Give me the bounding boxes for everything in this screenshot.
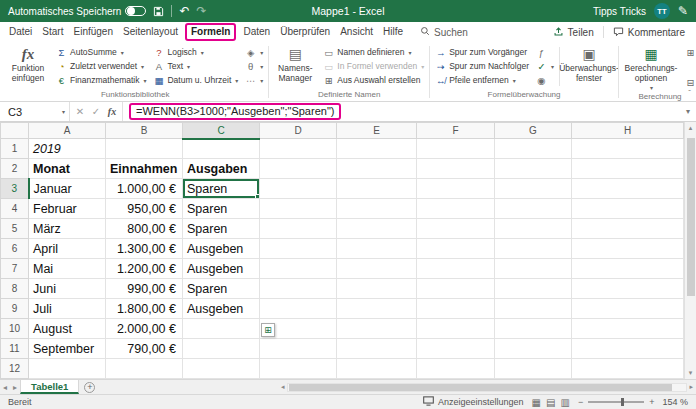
cell-B11[interactable]: 790,00 € [106,339,183,359]
fill-handle[interactable] [255,194,260,199]
cell-E12[interactable] [337,359,417,379]
cell-C3[interactable]: Sparen [183,179,260,199]
cell-H4[interactable] [572,199,684,219]
cell-E11[interactable] [337,339,417,359]
cell-F11[interactable] [417,339,495,359]
display-settings-button[interactable]: Anzeigeeinstellungen [423,396,524,408]
cell-A8[interactable]: Juni [29,279,106,299]
tab-überprüfen[interactable]: Überprüfen [275,22,335,42]
row-header-6[interactable]: 6 [1,239,29,259]
cell-B7[interactable]: 1.200,00 € [106,259,183,279]
select-all-corner[interactable] [1,123,29,139]
cell-E1[interactable] [337,139,417,159]
recently-used-button[interactable]: ◔ Zuletzt verwendet ▾ [54,59,148,73]
cell-H1[interactable] [572,139,684,159]
cell-G11[interactable] [495,339,572,359]
define-name-button[interactable]: ▭ Namen definieren ▾ [321,45,426,59]
cell-D11[interactable] [260,339,337,359]
cell-F10[interactable] [417,319,495,339]
zoom-slider[interactable] [588,401,644,403]
tab-daten[interactable]: Daten [238,22,275,42]
more-functions-button[interactable]: ⋯ ▾ [243,73,265,87]
cell-B6[interactable]: 1.300,00 € [106,239,183,259]
financial-button[interactable]: € Finanzmathematik ▾ [54,73,148,87]
tab-ansicht[interactable]: Ansicht [335,22,378,42]
scrollbar-thumb[interactable] [687,138,695,296]
cell-G10[interactable] [495,319,572,339]
view-normal-icon[interactable]: ▦ [532,397,541,408]
cell-A6[interactable]: April [29,239,106,259]
cell-B5[interactable]: 800,00 € [106,219,183,239]
tab-einfügen[interactable]: Einfügen [68,22,117,42]
col-header-B[interactable]: B [106,123,183,139]
cell-E6[interactable] [337,239,417,259]
cell-C12[interactable] [183,359,260,379]
autofill-options-button[interactable]: ⊞ [261,323,275,337]
cell-C6[interactable]: Ausgeben [183,239,260,259]
cell-G7[interactable] [495,259,572,279]
scroll-down-icon[interactable]: ▾ [689,369,693,377]
cell-G12[interactable] [495,359,572,379]
cell-H3[interactable] [572,179,684,199]
cell-F7[interactable] [417,259,495,279]
cell-C5[interactable]: Sparen [183,219,260,239]
col-header-H[interactable]: H [572,123,684,139]
lookup-reference-button[interactable]: ◈ ▾ [243,45,265,59]
watch-window-button[interactable]: ▣ Überwachungs-fenster [563,44,615,89]
show-formulas-button[interactable]: ƒ [534,45,556,59]
cell-A12[interactable] [29,359,106,379]
sheet-tab-tabelle1[interactable]: Tabelle1 [20,380,79,394]
share-button[interactable]: Teilen [546,26,601,39]
cell-A3[interactable]: Januar [29,179,106,199]
col-header-F[interactable]: F [417,123,495,139]
cell-G8[interactable] [495,279,572,299]
col-header-G[interactable]: G [495,123,572,139]
expand-formula-bar-icon[interactable]: ▾ [680,102,696,121]
cell-B9[interactable]: 1.800,00 € [106,299,183,319]
calculation-options-button[interactable]: ▦ Berechnungs-optionen ▾ [622,44,680,91]
cell-H12[interactable] [572,359,684,379]
col-header-C[interactable]: C [183,123,260,139]
cell-A1[interactable]: 2019 [29,139,106,159]
tab-seitenlayout[interactable]: Seitenlayout [118,22,183,42]
calculate-now-button[interactable]: ⊞ [683,45,696,59]
cell-A2[interactable]: Monat [29,159,106,179]
remove-arrows-button[interactable]: ↮ Pfeile entfernen ▾ [433,73,531,87]
zoom-out-icon[interactable]: − [578,397,583,407]
cell-C10[interactable] [183,319,260,339]
cell-A11[interactable]: September [29,339,106,359]
cell-B10[interactable]: 2.000,00 € [106,319,183,339]
avatar[interactable]: TT [654,3,670,19]
cell-G4[interactable] [495,199,572,219]
cell-A9[interactable]: Juli [29,299,106,319]
tab-start[interactable]: Start [37,22,68,42]
cell-D9[interactable] [260,299,337,319]
cell-C9[interactable]: Ausgeben [183,299,260,319]
cell-F1[interactable] [417,139,495,159]
row-header-8[interactable]: 8 [1,279,29,299]
cell-C8[interactable]: Sparen [183,279,260,299]
cell-D6[interactable] [260,239,337,259]
redo-icon[interactable]: ↷ [196,5,206,17]
row-header-10[interactable]: 10 [1,319,29,339]
row-header-7[interactable]: 7 [1,259,29,279]
comments-button[interactable]: Kommentare [606,26,692,39]
autosave-toggle[interactable]: Automatisches Speichern [8,6,146,17]
name-box[interactable]: C3 ▾ [0,102,70,121]
insert-function-fx-button[interactable]: fx [104,106,120,117]
math-trig-button[interactable]: θ ▾ [243,59,265,73]
cell-D12[interactable] [260,359,337,379]
evaluate-formula-button[interactable]: ◉ [534,73,556,87]
cell-A7[interactable]: Mai [29,259,106,279]
cell-D2[interactable] [260,159,337,179]
scrollbar-thumb[interactable] [289,384,672,391]
search-box[interactable]: Suchen [420,26,468,38]
cell-B1[interactable] [106,139,183,159]
sheet-nav-left-icon[interactable]: ◂ [0,380,10,394]
autosum-button[interactable]: Σ AutoSumme ▾ [54,45,148,59]
user-name[interactable]: Tipps Tricks [593,6,646,17]
row-header-5[interactable]: 5 [1,219,29,239]
cell-D1[interactable] [260,139,337,159]
cell-F12[interactable] [417,359,495,379]
row-header-2[interactable]: 2 [1,159,29,179]
